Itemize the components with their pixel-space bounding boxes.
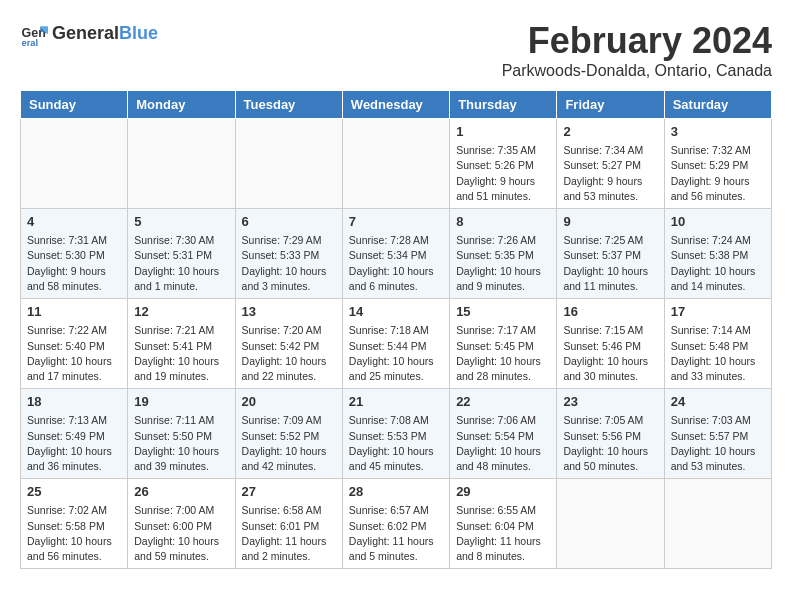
- calendar-subtitle: Parkwoods-Donalda, Ontario, Canada: [502, 62, 772, 80]
- header-row: Sunday Monday Tuesday Wednesday Thursday…: [21, 91, 772, 119]
- day-info: Sunrise: 7:29 AM Sunset: 5:33 PM Dayligh…: [242, 233, 336, 294]
- day-info: Sunrise: 7:25 AM Sunset: 5:37 PM Dayligh…: [563, 233, 657, 294]
- day-info: Sunrise: 7:35 AM Sunset: 5:26 PM Dayligh…: [456, 143, 550, 204]
- day-number: 6: [242, 213, 336, 231]
- day-number: 12: [134, 303, 228, 321]
- header-thursday: Thursday: [450, 91, 557, 119]
- day-info: Sunrise: 7:02 AM Sunset: 5:58 PM Dayligh…: [27, 503, 121, 564]
- day-number: 24: [671, 393, 765, 411]
- logo-icon: Gen eral: [20, 20, 48, 48]
- calendar-cell: 20Sunrise: 7:09 AM Sunset: 5:52 PM Dayli…: [235, 389, 342, 479]
- logo: Gen eral GeneralBlue: [20, 20, 158, 48]
- day-number: 8: [456, 213, 550, 231]
- header-saturday: Saturday: [664, 91, 771, 119]
- calendar-cell: 11Sunrise: 7:22 AM Sunset: 5:40 PM Dayli…: [21, 299, 128, 389]
- calendar-table: Sunday Monday Tuesday Wednesday Thursday…: [20, 90, 772, 569]
- day-info: Sunrise: 7:20 AM Sunset: 5:42 PM Dayligh…: [242, 323, 336, 384]
- day-info: Sunrise: 7:13 AM Sunset: 5:49 PM Dayligh…: [27, 413, 121, 474]
- logo-blue: Blue: [119, 23, 158, 43]
- week-row-4: 18Sunrise: 7:13 AM Sunset: 5:49 PM Dayli…: [21, 389, 772, 479]
- day-info: Sunrise: 6:58 AM Sunset: 6:01 PM Dayligh…: [242, 503, 336, 564]
- day-info: Sunrise: 7:05 AM Sunset: 5:56 PM Dayligh…: [563, 413, 657, 474]
- day-info: Sunrise: 7:30 AM Sunset: 5:31 PM Dayligh…: [134, 233, 228, 294]
- header-tuesday: Tuesday: [235, 91, 342, 119]
- logo-text: GeneralBlue: [52, 24, 158, 44]
- calendar-title: February 2024: [502, 20, 772, 62]
- calendar-cell: 15Sunrise: 7:17 AM Sunset: 5:45 PM Dayli…: [450, 299, 557, 389]
- calendar-cell: 28Sunrise: 6:57 AM Sunset: 6:02 PM Dayli…: [342, 479, 449, 569]
- day-number: 14: [349, 303, 443, 321]
- calendar-cell: 23Sunrise: 7:05 AM Sunset: 5:56 PM Dayli…: [557, 389, 664, 479]
- day-number: 2: [563, 123, 657, 141]
- day-info: Sunrise: 7:26 AM Sunset: 5:35 PM Dayligh…: [456, 233, 550, 294]
- day-number: 10: [671, 213, 765, 231]
- calendar-cell: 29Sunrise: 6:55 AM Sunset: 6:04 PM Dayli…: [450, 479, 557, 569]
- day-info: Sunrise: 7:22 AM Sunset: 5:40 PM Dayligh…: [27, 323, 121, 384]
- day-number: 4: [27, 213, 121, 231]
- day-info: Sunrise: 7:15 AM Sunset: 5:46 PM Dayligh…: [563, 323, 657, 384]
- calendar-cell: 3Sunrise: 7:32 AM Sunset: 5:29 PM Daylig…: [664, 119, 771, 209]
- day-number: 17: [671, 303, 765, 321]
- day-number: 19: [134, 393, 228, 411]
- day-info: Sunrise: 7:21 AM Sunset: 5:41 PM Dayligh…: [134, 323, 228, 384]
- calendar-cell: 6Sunrise: 7:29 AM Sunset: 5:33 PM Daylig…: [235, 209, 342, 299]
- week-row-3: 11Sunrise: 7:22 AM Sunset: 5:40 PM Dayli…: [21, 299, 772, 389]
- calendar-cell: 7Sunrise: 7:28 AM Sunset: 5:34 PM Daylig…: [342, 209, 449, 299]
- day-info: Sunrise: 7:09 AM Sunset: 5:52 PM Dayligh…: [242, 413, 336, 474]
- logo-general: General: [52, 23, 119, 43]
- day-info: Sunrise: 7:34 AM Sunset: 5:27 PM Dayligh…: [563, 143, 657, 204]
- day-number: 1: [456, 123, 550, 141]
- day-number: 13: [242, 303, 336, 321]
- day-info: Sunrise: 7:14 AM Sunset: 5:48 PM Dayligh…: [671, 323, 765, 384]
- header-monday: Monday: [128, 91, 235, 119]
- calendar-cell: 24Sunrise: 7:03 AM Sunset: 5:57 PM Dayli…: [664, 389, 771, 479]
- day-info: Sunrise: 7:00 AM Sunset: 6:00 PM Dayligh…: [134, 503, 228, 564]
- calendar-cell: 2Sunrise: 7:34 AM Sunset: 5:27 PM Daylig…: [557, 119, 664, 209]
- day-number: 29: [456, 483, 550, 501]
- day-info: Sunrise: 7:32 AM Sunset: 5:29 PM Dayligh…: [671, 143, 765, 204]
- calendar-cell: [21, 119, 128, 209]
- week-row-1: 1Sunrise: 7:35 AM Sunset: 5:26 PM Daylig…: [21, 119, 772, 209]
- calendar-cell: 9Sunrise: 7:25 AM Sunset: 5:37 PM Daylig…: [557, 209, 664, 299]
- week-row-2: 4Sunrise: 7:31 AM Sunset: 5:30 PM Daylig…: [21, 209, 772, 299]
- day-number: 27: [242, 483, 336, 501]
- calendar-cell: 22Sunrise: 7:06 AM Sunset: 5:54 PM Dayli…: [450, 389, 557, 479]
- calendar-cell: 26Sunrise: 7:00 AM Sunset: 6:00 PM Dayli…: [128, 479, 235, 569]
- calendar-cell: 21Sunrise: 7:08 AM Sunset: 5:53 PM Dayli…: [342, 389, 449, 479]
- header-friday: Friday: [557, 91, 664, 119]
- day-info: Sunrise: 7:06 AM Sunset: 5:54 PM Dayligh…: [456, 413, 550, 474]
- day-info: Sunrise: 7:17 AM Sunset: 5:45 PM Dayligh…: [456, 323, 550, 384]
- day-info: Sunrise: 6:57 AM Sunset: 6:02 PM Dayligh…: [349, 503, 443, 564]
- header-wednesday: Wednesday: [342, 91, 449, 119]
- calendar-cell: 25Sunrise: 7:02 AM Sunset: 5:58 PM Dayli…: [21, 479, 128, 569]
- title-block: February 2024 Parkwoods-Donalda, Ontario…: [502, 20, 772, 80]
- day-number: 28: [349, 483, 443, 501]
- day-number: 23: [563, 393, 657, 411]
- page-header: Gen eral GeneralBlue February 2024 Parkw…: [20, 20, 772, 80]
- calendar-cell: 4Sunrise: 7:31 AM Sunset: 5:30 PM Daylig…: [21, 209, 128, 299]
- calendar-cell: [557, 479, 664, 569]
- calendar-cell: [128, 119, 235, 209]
- day-info: Sunrise: 7:11 AM Sunset: 5:50 PM Dayligh…: [134, 413, 228, 474]
- day-number: 20: [242, 393, 336, 411]
- calendar-cell: 18Sunrise: 7:13 AM Sunset: 5:49 PM Dayli…: [21, 389, 128, 479]
- svg-text:eral: eral: [22, 38, 39, 48]
- day-info: Sunrise: 7:18 AM Sunset: 5:44 PM Dayligh…: [349, 323, 443, 384]
- day-info: Sunrise: 6:55 AM Sunset: 6:04 PM Dayligh…: [456, 503, 550, 564]
- calendar-cell: [235, 119, 342, 209]
- calendar-cell: 12Sunrise: 7:21 AM Sunset: 5:41 PM Dayli…: [128, 299, 235, 389]
- day-number: 11: [27, 303, 121, 321]
- day-info: Sunrise: 7:03 AM Sunset: 5:57 PM Dayligh…: [671, 413, 765, 474]
- day-number: 26: [134, 483, 228, 501]
- day-number: 22: [456, 393, 550, 411]
- day-number: 25: [27, 483, 121, 501]
- calendar-cell: [342, 119, 449, 209]
- header-sunday: Sunday: [21, 91, 128, 119]
- calendar-cell: 16Sunrise: 7:15 AM Sunset: 5:46 PM Dayli…: [557, 299, 664, 389]
- day-number: 9: [563, 213, 657, 231]
- calendar-cell: 10Sunrise: 7:24 AM Sunset: 5:38 PM Dayli…: [664, 209, 771, 299]
- day-number: 21: [349, 393, 443, 411]
- day-number: 16: [563, 303, 657, 321]
- day-number: 7: [349, 213, 443, 231]
- day-info: Sunrise: 7:31 AM Sunset: 5:30 PM Dayligh…: [27, 233, 121, 294]
